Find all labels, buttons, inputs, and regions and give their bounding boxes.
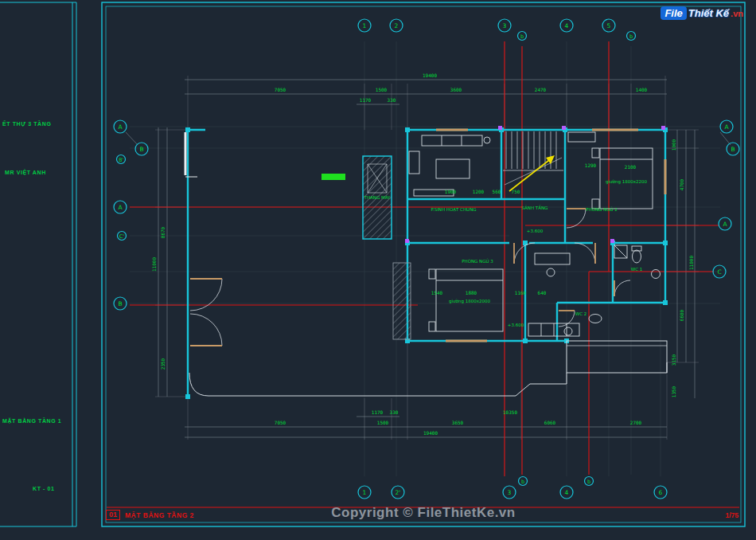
- svg-text:2: 2: [395, 22, 399, 29]
- grid-bubble-A: A: [114, 201, 127, 213]
- svg-text:5: 5: [607, 22, 611, 29]
- grid-bubble-6: 6: [654, 486, 667, 499]
- grid-bubble-A: A: [114, 120, 127, 133]
- staircase: [503, 131, 563, 191]
- roof-boundary: [189, 362, 667, 396]
- titleblock-sheet-code: KT - 01: [33, 486, 55, 491]
- grid-bubble-3: 3: [498, 19, 511, 32]
- svg-text:C: C: [717, 268, 721, 276]
- sofa: [422, 135, 482, 146]
- grid-bubble-C': C': [118, 232, 127, 241]
- dimension-text: 560: [493, 189, 501, 194]
- dimension-text: 6060: [544, 420, 556, 425]
- logo-badge: File: [661, 6, 686, 20]
- sheet-frame: [0, 2, 745, 526]
- svg-text:4: 4: [565, 489, 569, 496]
- lamp: [484, 137, 490, 143]
- coffee-table: [436, 159, 470, 178]
- dimension-text: 1350: [671, 385, 676, 397]
- svg-text:B: B: [731, 146, 735, 153]
- dimension-text: 2700: [630, 420, 642, 425]
- grid-bubble-4: 4: [560, 486, 573, 499]
- logo-name: Thiết Kế: [688, 7, 729, 19]
- dimension-text: 10350: [503, 409, 517, 415]
- dimension-text: 1900: [445, 189, 457, 194]
- drawing-title: MẶT BẰNG TẦNG 2: [125, 511, 194, 519]
- dimension-text: 1170: [360, 97, 372, 103]
- dimension-text: 1290: [585, 162, 597, 168]
- svg-text:A: A: [723, 221, 727, 228]
- grid-bubble-b: b: [519, 477, 528, 486]
- dimension-text: 640: [538, 290, 547, 295]
- structure-white: [185, 132, 667, 396]
- svg-text:b: b: [629, 33, 633, 40]
- dimension-text: 750: [512, 189, 520, 194]
- svg-text:1: 1: [363, 22, 367, 29]
- grid-bubble-1: 1: [358, 19, 371, 32]
- dimension-text: 19400: [423, 72, 437, 78]
- grid-bubble-5: 5: [602, 19, 615, 32]
- svg-text:A: A: [118, 204, 123, 211]
- plan-label: WC 2: [575, 311, 587, 316]
- drawing-title-bar: 01 MẶT BẰNG TẦNG 2: [106, 510, 194, 520]
- svg-text:b: b: [521, 479, 524, 485]
- dimension-text: 2350: [160, 358, 166, 370]
- svg-text:C': C': [119, 233, 125, 240]
- dimension-text: 1500: [376, 87, 388, 92]
- wardrobe-2: [568, 132, 595, 142]
- dimension-text: 1400: [636, 87, 648, 92]
- dimension-text: 1880: [466, 290, 477, 295]
- grid-bubble-A: A: [719, 217, 731, 230]
- dimension-text: 1540: [431, 290, 443, 295]
- plan-label: PHÒNG NGỦ 2: [586, 206, 618, 212]
- svg-text:B': B': [119, 157, 123, 163]
- svg-text:3: 3: [503, 22, 507, 29]
- dimension-text: 2470: [535, 87, 547, 92]
- dimension-text: 2100: [625, 164, 637, 170]
- plan-label: giường 1800x2000: [449, 299, 490, 304]
- grid-bubble-2: 2: [390, 19, 403, 32]
- svg-text:B: B: [139, 146, 143, 153]
- titleblock-project: ẾT THỰ 3 TẦNG: [2, 121, 51, 127]
- logo-tld: .vn: [731, 9, 743, 18]
- plan-label: SẢNH TẦNG: [522, 205, 548, 210]
- cad-drawing-canvas[interactable]: 123b45b12'3b4b6ABB'AC'BABAC 194007050150…: [0, 0, 756, 540]
- chair: [547, 268, 555, 276]
- closet-hatch: [393, 263, 411, 339]
- armchair: [409, 151, 419, 174]
- grid-bubble-A: A: [720, 120, 733, 133]
- stair-direction-arrow: [509, 158, 552, 191]
- site-logo[interactable]: File Thiết Kế .vn: [661, 6, 743, 20]
- svg-text:A: A: [724, 123, 729, 131]
- desk: [535, 253, 570, 264]
- dimension-text: 1200: [473, 189, 485, 194]
- dimension-text: 7050: [275, 87, 286, 92]
- sink-1: [652, 270, 661, 279]
- svg-text:3: 3: [508, 489, 512, 496]
- drawing-number: 01: [106, 510, 120, 520]
- grid-bubble-2': 2': [392, 486, 404, 499]
- drawing-scale: 1/75: [725, 511, 738, 519]
- toilet-2: [589, 315, 602, 323]
- grid-lines: [130, 41, 720, 476]
- plan-label: WC 1: [631, 267, 643, 272]
- svg-text:b: b: [520, 33, 524, 40]
- dimension-text: 3650: [452, 420, 464, 425]
- grid-bubble-B: B: [727, 143, 739, 155]
- svg-text:B: B: [118, 300, 122, 307]
- grid-bubble-B: B: [114, 297, 127, 310]
- titleblock-sheet-name: MẶT BẰNG TẦNG 1: [2, 418, 61, 424]
- dimension-text: 7050: [275, 420, 286, 425]
- dimension-text: 19400: [423, 430, 438, 436]
- plan-label: +3.600: [527, 229, 544, 233]
- svg-text:6: 6: [659, 489, 663, 496]
- section-lines: [130, 41, 719, 476]
- grid-bubble-B: B: [135, 143, 148, 155]
- dimension-text: 11000: [688, 256, 694, 270]
- dimension-text: 4700: [679, 178, 684, 190]
- bed-2: [600, 148, 653, 209]
- svg-text:2': 2': [396, 489, 401, 496]
- dimension-text: 8670: [160, 226, 166, 238]
- dimension-text: 3600: [450, 87, 462, 92]
- toilet-1: [633, 250, 641, 263]
